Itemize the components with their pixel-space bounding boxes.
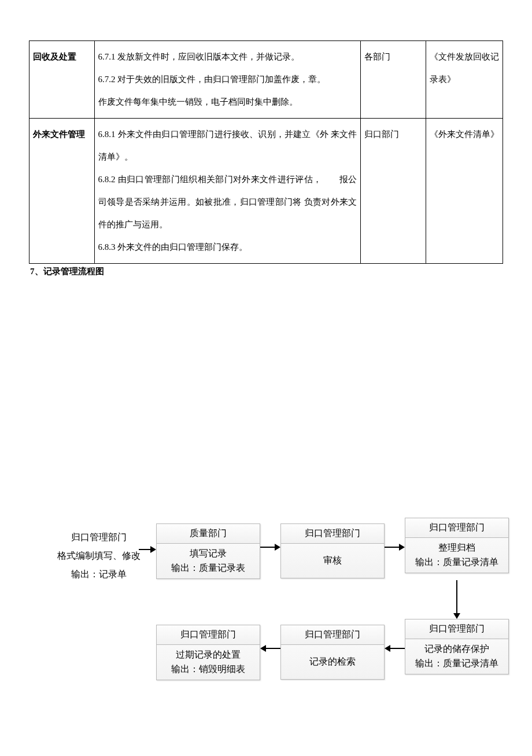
arrow-head-icon xyxy=(399,544,405,551)
flow-node-retrieve: 归口管理部门 记录的检索 xyxy=(280,625,385,680)
process-table: 回收及处置 6.7.1 发放新文件时，应回收旧版本文件，并做记录。6.7.2 对… xyxy=(29,40,503,264)
arrow-head-icon xyxy=(260,645,266,652)
arrow-line xyxy=(385,547,399,548)
flowchart: 归口管理部门 格式编制填写、修改 输出：记录单 质量部门 填写记录输出：质量记录… xyxy=(35,518,509,703)
node-head: 归口管理部门 xyxy=(405,518,508,538)
flow-node-dispose: 归口管理部门 过期记录的处置输出：销毁明细表 xyxy=(156,625,260,680)
node-head: 归口管理部门 xyxy=(281,625,384,645)
arrow-head-icon xyxy=(275,544,280,551)
table-row: 外来文件管理 6.8.1 外来文件由归口管理部门进行接收、识别，并建立《外 来文… xyxy=(29,119,503,264)
arrow-head-icon xyxy=(150,546,156,553)
node-body: 整理归档输出：质量记录清单 xyxy=(405,538,508,573)
intro-line: 输出：记录单 xyxy=(47,565,150,584)
cell-label: 回收及处置 xyxy=(29,41,95,119)
flow-node-archive: 归口管理部门 整理归档输出：质量记录清单 xyxy=(405,518,509,573)
cell-desc: 6.8.1 外来文件由归口管理部门进行接收、识别，并建立《外 来文件清单》。6.… xyxy=(94,119,361,264)
cell-dept: 归口部门 xyxy=(361,119,426,264)
node-head: 归口管理部门 xyxy=(405,619,508,639)
table-row: 回收及处置 6.7.1 发放新文件时，应回收旧版本文件，并做记录。6.7.2 对… xyxy=(29,41,503,119)
node-head: 质量部门 xyxy=(157,524,260,544)
node-head: 归口管理部门 xyxy=(157,625,260,645)
arrow-line xyxy=(456,580,457,614)
node-body: 记录的储存保护输出：质量记录清单 xyxy=(405,639,508,674)
arrow-line xyxy=(266,648,280,649)
cell-label: 外来文件管理 xyxy=(29,119,95,264)
intro-line: 归口管理部门 xyxy=(47,528,150,547)
intro-line: 格式编制填写、修改 xyxy=(47,547,150,565)
arrow-line xyxy=(390,648,405,649)
node-body: 填写记录输出：质量记录表 xyxy=(157,544,260,579)
arrow-head-icon xyxy=(385,645,390,652)
node-body: 过期记录的处置输出：销毁明细表 xyxy=(157,645,260,680)
cell-form: 《外来文件清单》 xyxy=(426,119,503,264)
arrow-line xyxy=(139,549,150,550)
flow-node-review: 归口管理部门 审核 xyxy=(280,523,385,578)
node-head: 归口管理部门 xyxy=(281,524,384,544)
flow-node-storage: 归口管理部门 记录的储存保护输出：质量记录清单 xyxy=(405,619,509,674)
arrow-head-icon xyxy=(453,613,460,619)
cell-dept: 各部门 xyxy=(361,41,426,119)
node-body: 记录的检索 xyxy=(281,645,384,679)
cell-form: 《文件发放回收记录表》 xyxy=(426,41,503,119)
arrow-line xyxy=(260,547,275,548)
flow-intro: 归口管理部门 格式编制填写、修改 输出：记录单 xyxy=(47,528,150,584)
cell-desc: 6.7.1 发放新文件时，应回收旧版本文件，并做记录。6.7.2 对于失效的旧版… xyxy=(94,41,361,119)
node-body: 审核 xyxy=(281,544,384,578)
section-title: 7、记录管理流程图 xyxy=(29,266,503,277)
flow-node-fill-record: 质量部门 填写记录输出：质量记录表 xyxy=(156,523,260,579)
